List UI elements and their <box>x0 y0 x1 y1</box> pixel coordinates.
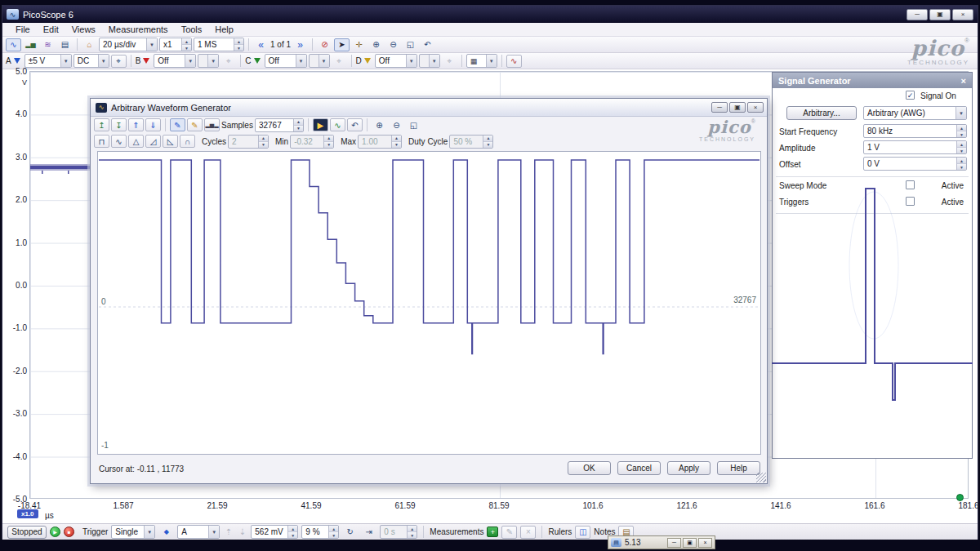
falling-edge-icon[interactable]: ⇣ <box>237 526 247 539</box>
timebase-select[interactable]: 20 µs/div ▼ <box>99 38 158 51</box>
mini-close-button[interactable]: × <box>698 538 712 548</box>
up-icon[interactable]: ▲ <box>957 125 966 131</box>
down-icon[interactable]: ▼ <box>957 163 966 170</box>
awg-dialog-titlebar[interactable]: ∿ Arbitrary Waveform Generator ─ ▣ × <box>91 99 767 117</box>
trigger-source-select[interactable]: A ▼ <box>177 525 220 539</box>
awg-close-button[interactable]: × <box>747 102 764 113</box>
next-buffer-icon[interactable]: » <box>292 38 308 51</box>
up-icon[interactable]: ▲ <box>288 526 297 531</box>
up-icon[interactable]: ▲ <box>957 158 966 163</box>
cancel-button[interactable]: Cancel <box>617 461 661 475</box>
home-icon[interactable]: ⌂ <box>82 38 97 51</box>
rising-ramp-icon[interactable]: ◿ <box>145 135 161 148</box>
add-measurement-icon[interactable]: + <box>487 527 498 537</box>
stop-capture-icon[interactable]: ■ <box>64 527 74 537</box>
rising-edge-icon[interactable]: ⇡ <box>223 526 234 539</box>
pre-trigger-stepper[interactable]: 9 % ▲▼ <box>301 525 339 539</box>
trigger-mode-select[interactable]: Single ▼ <box>111 525 155 539</box>
zoom-window-icon[interactable]: ◱ <box>406 118 421 131</box>
start-capture-icon[interactable]: ▶ <box>50 527 60 537</box>
gaussian-wave-icon[interactable]: ∩ <box>180 135 195 148</box>
sweep-mode-checkbox[interactable] <box>906 180 915 189</box>
sample-bars-icon[interactable]: ▂▅▂ <box>204 118 220 131</box>
channel-a-options-icon[interactable]: ⌖ <box>111 55 127 68</box>
zoom-multiplier-stepper[interactable]: x1 ▲▼ <box>159 38 192 51</box>
square-wave-icon[interactable]: ⊓ <box>94 135 109 148</box>
menu-file[interactable]: File <box>9 24 37 34</box>
up-icon[interactable]: ▲ <box>234 38 243 44</box>
rapid-trigger-icon[interactable]: ↻ <box>342 526 358 539</box>
triangle-wave-icon[interactable]: △ <box>128 135 144 148</box>
rulers-icon[interactable]: ◫ <box>575 526 590 539</box>
menu-help[interactable]: Help <box>208 24 240 34</box>
resize-grip[interactable] <box>756 473 766 482</box>
menu-views[interactable]: Views <box>65 24 102 34</box>
channel-a-coupling-select[interactable]: DC ▼ <box>74 54 109 68</box>
mini-restore-button[interactable]: ▣ <box>683 538 697 548</box>
digital-channels-select[interactable]: ▦ ▼ <box>466 54 497 68</box>
zoom-window-icon[interactable]: ◱ <box>403 38 418 51</box>
math-channels-icon[interactable]: ∿ <box>506 55 522 68</box>
restore-button[interactable]: ▣ <box>929 9 951 20</box>
scope-view-icon[interactable]: ∿ <box>6 38 21 51</box>
up-icon[interactable]: ▲ <box>329 526 338 531</box>
titlebar[interactable]: ∿ PicoScope 6 ─ ▣ × <box>2 6 978 23</box>
sample-count-stepper[interactable]: 1 MS ▲▼ <box>194 38 244 51</box>
zoom-in-icon[interactable]: ⊕ <box>372 118 387 131</box>
pointer-tool-icon[interactable]: ➤ <box>334 38 350 51</box>
persistence-view-icon[interactable]: ≋ <box>40 38 56 51</box>
smooth-icon[interactable]: ∿ <box>330 118 345 131</box>
down-icon[interactable]: ▼ <box>957 147 966 153</box>
stopped-button[interactable]: Stopped <box>7 526 47 539</box>
zoom-in-icon[interactable]: ⊕ <box>368 38 384 51</box>
export-channel-icon[interactable]: ⇓ <box>145 118 161 131</box>
import-waveform-icon[interactable]: ↥ <box>94 118 109 131</box>
import-channel-icon[interactable]: ⇑ <box>128 118 144 131</box>
trigger-marker-icon[interactable]: ◆ <box>158 526 174 539</box>
minimize-button[interactable]: ─ <box>906 9 928 20</box>
zoom-undo-icon[interactable]: ↶ <box>420 38 435 51</box>
program-awg-icon[interactable]: ▶ <box>313 118 328 131</box>
zoom-out-icon[interactable]: ⊖ <box>389 118 404 131</box>
trigger-level-stepper[interactable]: 562 mV ▲▼ <box>251 525 298 539</box>
up-icon[interactable]: ▲ <box>957 141 966 147</box>
undo-icon[interactable]: ↶ <box>347 118 363 131</box>
awg-minimize-button[interactable]: ─ <box>711 102 728 113</box>
down-icon[interactable]: ▼ <box>288 531 297 538</box>
close-button[interactable]: × <box>952 9 973 20</box>
falling-ramp-icon[interactable]: ◺ <box>163 135 178 148</box>
zoom-out-icon[interactable]: ⊖ <box>385 38 401 51</box>
awg-waveform-editor[interactable]: 0 32767 -1 <box>97 151 761 455</box>
down-icon[interactable]: ▼ <box>957 131 966 137</box>
ok-button[interactable]: OK <box>568 461 611 475</box>
menu-measurements[interactable]: Measurements <box>102 24 175 34</box>
up-icon[interactable]: ▲ <box>294 119 303 125</box>
properties-view-icon[interactable]: ▤ <box>57 38 73 51</box>
channel-a-range-select[interactable]: ±5 V ▼ <box>24 54 72 68</box>
up-icon[interactable]: ▲ <box>182 38 191 44</box>
start-frequency-stepper[interactable]: 80 kHz ▲▼ <box>863 124 967 138</box>
previous-buffer-icon[interactable]: « <box>253 38 269 51</box>
mini-minimize-button[interactable]: ─ <box>667 538 681 548</box>
triggers-checkbox[interactable] <box>906 197 915 206</box>
signal-generator-header[interactable]: Signal Generator × <box>773 73 972 88</box>
down-icon[interactable]: ▼ <box>234 44 243 51</box>
arbitrary-button[interactable]: Arbitrary... <box>786 106 857 120</box>
panel-close-icon[interactable]: × <box>961 76 966 86</box>
line-edit-icon[interactable]: ✎ <box>170 118 185 131</box>
down-icon[interactable]: ▼ <box>329 531 338 538</box>
pan-tool-icon[interactable]: ✛ <box>351 38 367 51</box>
help-button[interactable]: Help <box>717 461 760 475</box>
amplitude-stepper[interactable]: 1 V ▲▼ <box>863 140 967 154</box>
signal-on-checkbox[interactable]: ✓ <box>906 91 915 100</box>
version-overlay-window[interactable]: ▤ 5.13 ─ ▣ × <box>608 535 715 549</box>
trigger-delay-icon[interactable]: ⇥ <box>361 526 376 539</box>
no-zoom-icon[interactable]: ⊘ <box>317 38 332 51</box>
down-icon[interactable]: ▼ <box>182 44 191 51</box>
spectrum-view-icon[interactable]: ▂▅ <box>23 38 38 51</box>
samples-stepper[interactable]: 32767 ▲▼ <box>255 118 304 132</box>
channel-d-range-select[interactable]: Off ▼ <box>375 54 417 68</box>
channel-c-range-select[interactable]: Off ▼ <box>265 54 307 68</box>
apply-button[interactable]: Apply <box>667 461 710 475</box>
freehand-edit-icon[interactable]: ✎ <box>187 118 203 131</box>
